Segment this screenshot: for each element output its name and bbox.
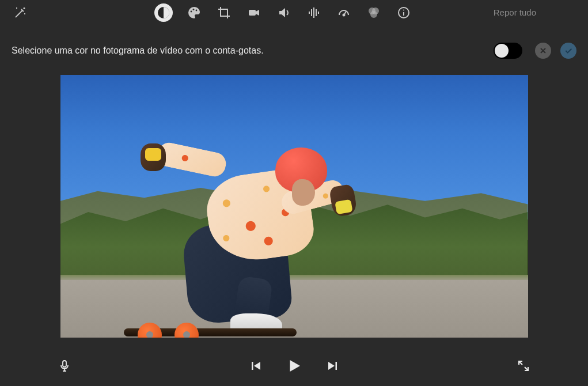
info-button[interactable]: [395, 4, 412, 21]
svg-rect-19: [335, 362, 337, 370]
speedometer-icon: [337, 6, 351, 20]
effect-toggle[interactable]: [494, 43, 522, 59]
fullscreen-button[interactable]: [517, 359, 530, 373]
color-balance-button[interactable]: [154, 3, 173, 22]
filters-button[interactable]: [365, 4, 382, 21]
crop-icon: [217, 6, 231, 20]
playback-controls: [249, 357, 340, 374]
svg-rect-17: [63, 361, 66, 367]
inspector-toolbar: Repor tudo: [0, 0, 588, 25]
svg-rect-6: [311, 9, 312, 16]
next-frame-button[interactable]: [326, 359, 340, 373]
toolbar-left-group: [12, 4, 86, 21]
overlap-circles-icon: [367, 6, 381, 20]
play-icon: [286, 357, 303, 374]
video-camera-icon: [247, 6, 261, 20]
crop-button[interactable]: [215, 4, 233, 21]
toggle-knob: [495, 44, 509, 58]
transport-right-group: [517, 359, 530, 373]
svg-point-10: [343, 14, 345, 16]
svg-rect-8: [316, 9, 317, 16]
toolbar-right-group: Repor tudo: [494, 7, 576, 18]
palette-icon: [187, 6, 201, 20]
video-preview[interactable]: [60, 75, 528, 338]
svg-point-3: [196, 10, 198, 12]
noise-reduction-button[interactable]: [305, 4, 323, 21]
previous-frame-button[interactable]: [249, 359, 263, 373]
toolbar-center-group: [154, 3, 483, 22]
instruction-text: Selecione uma cor no fotograma de vídeo …: [12, 46, 484, 56]
svg-rect-4: [249, 10, 256, 16]
svg-point-13: [370, 11, 377, 18]
magic-wand-button[interactable]: [12, 4, 29, 21]
volume-button[interactable]: [275, 4, 293, 21]
skip-back-icon: [249, 359, 263, 373]
svg-rect-7: [313, 7, 314, 18]
voiceover-button[interactable]: [58, 359, 71, 373]
svg-rect-9: [318, 12, 319, 14]
play-button[interactable]: [286, 357, 303, 374]
stabilize-button[interactable]: [245, 4, 263, 21]
magic-wand-icon: [13, 6, 27, 20]
equalizer-icon: [307, 6, 321, 20]
svg-rect-18: [252, 362, 253, 370]
confirm-button[interactable]: [560, 43, 576, 59]
reset-all-button[interactable]: Repor tudo: [494, 7, 576, 17]
svg-rect-5: [309, 12, 310, 14]
svg-point-16: [403, 10, 404, 11]
color-balance-icon: [157, 6, 170, 20]
color-correction-button[interactable]: [185, 4, 203, 21]
microphone-icon: [58, 359, 71, 373]
check-icon: [564, 46, 573, 55]
speaker-icon: [277, 6, 291, 20]
speed-button[interactable]: [335, 4, 352, 21]
transport-bar: [0, 351, 588, 380]
close-icon: [538, 46, 548, 55]
svg-point-1: [191, 11, 192, 13]
expand-icon: [517, 359, 530, 373]
svg-point-2: [193, 9, 195, 10]
skip-forward-icon: [326, 359, 340, 373]
instruction-bar: Selecione uma cor no fotograma de vídeo …: [0, 25, 588, 65]
cancel-button[interactable]: [535, 43, 551, 59]
scene-skater: [135, 122, 415, 332]
info-icon: [397, 6, 411, 20]
